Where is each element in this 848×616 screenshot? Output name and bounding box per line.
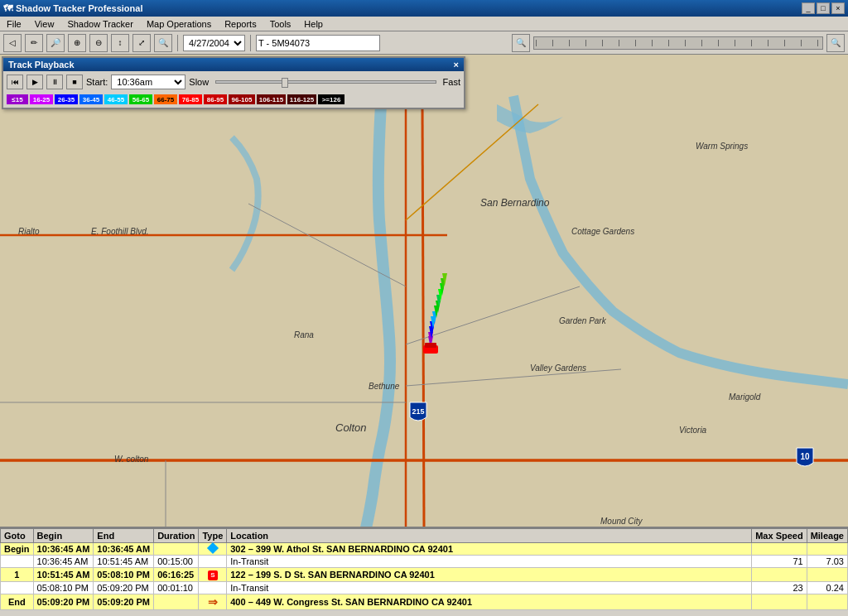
play-button[interactable]: ▶ bbox=[26, 75, 43, 89]
toolbar-btn-1[interactable]: ◁ bbox=[3, 34, 22, 52]
title-bar-left: 🗺 Shadow Tracker Professional bbox=[3, 3, 142, 13]
menu-bar: File View Shadow Tracker Map Operations … bbox=[0, 17, 848, 31]
col-begin: Begin bbox=[33, 529, 94, 543]
toolbar: ◁ ✏ 🔎 ⊕ ⊖ ↕ ⤢ 🔍 4/27/2004 🔍 🔍 bbox=[0, 31, 848, 55]
speed-box-1: ≤15 bbox=[7, 94, 28, 104]
table-row: 05:08:10 PM 05:09:20 PM 00:01:10 In-Tran… bbox=[1, 581, 848, 594]
cell-max-speed: 23 bbox=[752, 581, 807, 594]
toolbar-btn-8[interactable]: 🔍 bbox=[154, 34, 172, 52]
arrow-icon: ⇒ bbox=[208, 595, 218, 609]
table-row: 1 10:51:45 AM 05:08:10 PM 06:16:25 S 122… bbox=[1, 568, 848, 582]
minimize-button[interactable]: _ bbox=[802, 2, 815, 14]
table-row: 10:36:45 AM 10:51:45 AM 00:15:00 In-Tran… bbox=[1, 556, 848, 568]
place-garden-park: Garden Park bbox=[559, 316, 606, 325]
place-victoria: Victoria bbox=[679, 426, 706, 435]
cell-type bbox=[199, 581, 227, 594]
toolbar-btn-5[interactable]: ⊖ bbox=[89, 34, 108, 52]
track-playback-close[interactable]: × bbox=[454, 60, 459, 70]
menu-shadow-tracker[interactable]: Shadow Tracker bbox=[64, 18, 136, 30]
menu-map-operations[interactable]: Map Operations bbox=[143, 18, 214, 30]
cell-goto bbox=[1, 581, 34, 594]
stop-button[interactable]: ■ bbox=[66, 75, 83, 89]
place-w-colton: W. colton bbox=[114, 455, 148, 464]
col-location: Location bbox=[227, 529, 752, 543]
track-playback-title-bar: Track Playback × bbox=[3, 58, 464, 71]
col-type: Type bbox=[199, 529, 227, 543]
menu-file[interactable]: File bbox=[3, 18, 25, 30]
speed-box-9: 86-95 bbox=[204, 94, 227, 104]
cell-goto[interactable]: End bbox=[1, 594, 34, 609]
toolbar-sep-1 bbox=[177, 35, 178, 51]
date-selector[interactable]: 4/27/2004 bbox=[183, 35, 245, 51]
pause-button[interactable]: ⏸ bbox=[46, 75, 63, 89]
maximize-button[interactable]: □ bbox=[817, 2, 830, 14]
cell-type: ⇒ bbox=[199, 594, 227, 609]
cell-goto[interactable]: 1 bbox=[1, 568, 34, 582]
zoom-search-btn[interactable]: 🔍 bbox=[512, 34, 530, 52]
svg-text:10: 10 bbox=[800, 452, 810, 461]
table-header-row: Goto Begin End Duration Type Location Ma… bbox=[1, 529, 848, 543]
table-row: End 05:09:20 PM 05:09:20 PM ⇒ 400 – 449 … bbox=[1, 594, 848, 609]
speed-knob[interactable] bbox=[282, 78, 288, 88]
window-title: Shadow Tracker Professional bbox=[16, 3, 142, 13]
stop-icon: S bbox=[208, 570, 218, 580]
toolbar-btn-3[interactable]: 🔎 bbox=[46, 34, 65, 52]
close-button[interactable]: × bbox=[831, 2, 845, 14]
menu-tools[interactable]: Tools bbox=[267, 18, 295, 30]
place-warm-springs: Warm Springs bbox=[696, 142, 748, 151]
cell-type: S bbox=[199, 568, 227, 582]
toolbar-btn-2[interactable]: ✏ bbox=[25, 34, 43, 52]
speed-box-8: 76-85 bbox=[179, 94, 202, 104]
cell-end: 05:08:10 PM bbox=[94, 568, 154, 582]
speed-box-13: >=126 bbox=[318, 94, 344, 104]
app-icon: 🗺 bbox=[3, 3, 12, 13]
place-colton: Colton bbox=[335, 421, 367, 434]
cell-location: 122 – 199 S. D St. SAN BERNARDINO CA 924… bbox=[227, 568, 752, 582]
speed-box-7: 66-75 bbox=[154, 94, 177, 104]
data-table: Goto Begin End Duration Type Location Ma… bbox=[0, 528, 848, 610]
menu-reports[interactable]: Reports bbox=[221, 18, 260, 30]
start-label: Start: bbox=[86, 77, 108, 87]
svg-text:215: 215 bbox=[412, 407, 424, 416]
speed-slider[interactable] bbox=[215, 80, 436, 84]
speed-box-2: 16-25 bbox=[30, 94, 53, 104]
start-time-selector[interactable]: 10:36am bbox=[111, 75, 186, 89]
cell-max-speed: 71 bbox=[752, 556, 807, 568]
title-bar-controls: _ □ × bbox=[802, 2, 845, 14]
vehicle-input[interactable] bbox=[256, 35, 380, 51]
toolbar-btn-4[interactable]: ⊕ bbox=[68, 34, 86, 52]
menu-view[interactable]: View bbox=[31, 18, 58, 30]
speed-box-4: 36-45 bbox=[80, 94, 103, 104]
place-mound-city: Mound City bbox=[600, 517, 643, 526]
zoom-out-btn[interactable]: 🔍 bbox=[826, 34, 845, 52]
cell-begin: 05:08:10 PM bbox=[33, 581, 94, 594]
place-rialto: Rialto bbox=[18, 227, 40, 236]
data-table-container: Goto Begin End Duration Type Location Ma… bbox=[0, 527, 848, 616]
cell-begin: 10:51:45 AM bbox=[33, 568, 94, 582]
menu-help[interactable]: Help bbox=[301, 18, 326, 30]
toolbar-btn-6[interactable]: ↕ bbox=[111, 34, 129, 52]
cell-type bbox=[199, 556, 227, 568]
cell-duration bbox=[154, 594, 199, 609]
col-max-speed: Max Speed bbox=[752, 529, 807, 543]
table-row: Begin 10:36:45 AM 10:36:45 AM 302 – 399 … bbox=[1, 543, 848, 556]
cell-duration: 06:16:25 bbox=[154, 568, 199, 582]
cell-duration: 00:01:10 bbox=[154, 581, 199, 594]
place-rana: Rana bbox=[294, 330, 314, 339]
cell-end: 05:09:20 PM bbox=[94, 594, 154, 609]
speed-box-3: 26-35 bbox=[55, 94, 78, 104]
toolbar-btn-7[interactable]: ⤢ bbox=[132, 34, 151, 52]
shield-215: 215 bbox=[408, 401, 428, 421]
track-playback-panel: Track Playback × ⏮ ▶ ⏸ ■ Start: 10:36am … bbox=[2, 56, 465, 109]
cell-end: 05:09:20 PM bbox=[94, 581, 154, 594]
cell-begin: 05:09:20 PM bbox=[33, 594, 94, 609]
cell-location: In-Transit bbox=[227, 556, 752, 568]
speed-legend: ≤15 16-25 26-35 36-45 46-55 56-65 66-75 … bbox=[3, 93, 464, 108]
cell-duration bbox=[154, 543, 199, 556]
col-goto: Goto bbox=[1, 529, 34, 543]
place-marigold: Marigold bbox=[729, 392, 760, 402]
cell-goto[interactable]: Begin bbox=[1, 543, 34, 556]
cell-max-speed bbox=[752, 568, 807, 582]
cell-begin: 10:36:45 AM bbox=[33, 556, 94, 568]
rewind-button[interactable]: ⏮ bbox=[7, 75, 23, 89]
